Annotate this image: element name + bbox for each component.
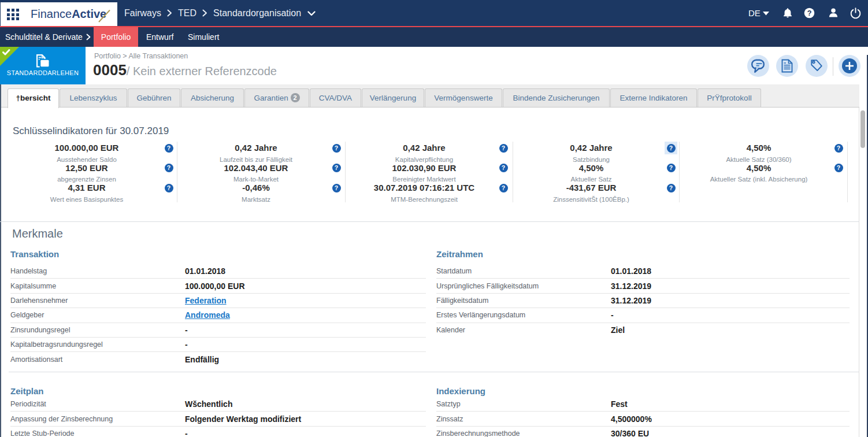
svg-text:?: ? <box>807 9 812 17</box>
